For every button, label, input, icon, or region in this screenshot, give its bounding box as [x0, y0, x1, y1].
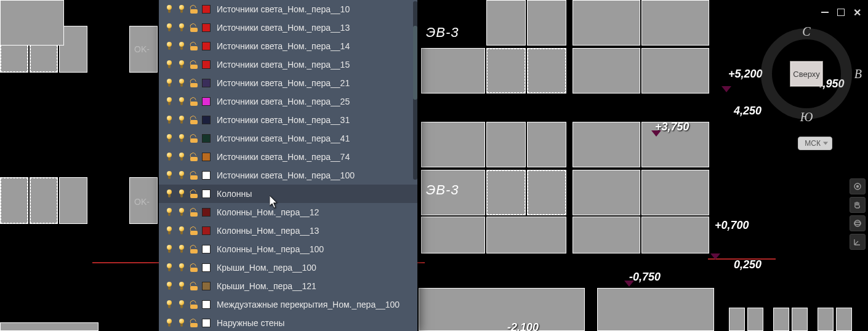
- layer-row[interactable]: Крыши_Ном._пера__121: [159, 277, 417, 295]
- layer-color-swatch[interactable]: [202, 208, 211, 217]
- lock-open-icon[interactable]: [190, 208, 198, 217]
- lightbulb-freeze-icon[interactable]: [177, 79, 186, 87]
- window-close-button[interactable]: ✕: [852, 7, 862, 17]
- layer-row[interactable]: Наружные стены: [159, 314, 417, 331]
- lock-open-icon[interactable]: [190, 282, 198, 290]
- view-cube[interactable]: С В Ю Сверху: [761, 28, 852, 119]
- layer-color-swatch[interactable]: [202, 319, 211, 327]
- lock-open-icon[interactable]: [190, 97, 198, 106]
- lightbulb-freeze-icon[interactable]: [177, 171, 186, 180]
- lightbulb-on-icon[interactable]: [165, 153, 174, 161]
- window-maximize-button[interactable]: [836, 7, 846, 17]
- layer-row[interactable]: Колонны_Ном._пера__100: [159, 240, 417, 258]
- layer-color-swatch[interactable]: [202, 300, 211, 309]
- lock-open-icon[interactable]: [190, 319, 198, 327]
- layer-row[interactable]: Источники света_Ном._пера__14: [159, 37, 417, 55]
- layer-row[interactable]: Источники света_Ном._пера__100: [159, 166, 417, 185]
- layer-color-swatch[interactable]: [202, 23, 211, 32]
- lightbulb-freeze-icon[interactable]: [177, 282, 186, 290]
- layer-row[interactable]: Источники света_Ном._пера__25: [159, 92, 417, 111]
- compass-north-label[interactable]: С: [802, 25, 810, 39]
- layer-row[interactable]: Источники света_Ном._пера__74: [159, 148, 417, 166]
- lightbulb-freeze-icon[interactable]: [177, 116, 186, 124]
- lightbulb-on-icon[interactable]: [165, 97, 174, 106]
- lightbulb-freeze-icon[interactable]: [177, 134, 186, 143]
- layer-row[interactable]: Колонны_Ном._пера__12: [159, 203, 417, 221]
- window-minimize-button[interactable]: [820, 7, 830, 17]
- lightbulb-on-icon[interactable]: [165, 171, 174, 180]
- lock-open-icon[interactable]: [190, 134, 198, 143]
- layer-row[interactable]: Колонны_Ном._пера__13: [159, 221, 417, 240]
- lightbulb-freeze-icon[interactable]: [177, 153, 186, 161]
- lightbulb-on-icon[interactable]: [165, 116, 174, 124]
- lock-open-icon[interactable]: [190, 189, 198, 198]
- layer-row[interactable]: Колонны: [159, 185, 417, 203]
- lock-open-icon[interactable]: [190, 263, 198, 272]
- lock-open-icon[interactable]: [190, 23, 198, 32]
- drawing-canvas[interactable]: +5,200+4,9504,250+3,750+0,7000,250-0,750…: [0, 0, 868, 331]
- compass-east-label[interactable]: В: [854, 67, 862, 81]
- lightbulb-freeze-icon[interactable]: [177, 97, 186, 106]
- lightbulb-on-icon[interactable]: [165, 23, 174, 32]
- layer-color-swatch[interactable]: [202, 171, 211, 180]
- lightbulb-on-icon[interactable]: [165, 60, 174, 69]
- orbit-icon[interactable]: [850, 215, 866, 231]
- layer-color-swatch[interactable]: [202, 42, 211, 50]
- lightbulb-freeze-icon[interactable]: [177, 189, 186, 198]
- lightbulb-freeze-icon[interactable]: [177, 23, 186, 32]
- lightbulb-freeze-icon[interactable]: [177, 245, 186, 253]
- layer-color-swatch[interactable]: [202, 79, 211, 87]
- lightbulb-on-icon[interactable]: [165, 245, 174, 253]
- lightbulb-on-icon[interactable]: [165, 226, 174, 235]
- layer-row[interactable]: Источники света_Ном._пера__41: [159, 129, 417, 148]
- lock-open-icon[interactable]: [190, 226, 198, 235]
- layer-row[interactable]: Междуэтажные перекрытия_Ном._пера__100: [159, 295, 417, 314]
- lightbulb-on-icon[interactable]: [165, 134, 174, 143]
- lightbulb-on-icon[interactable]: [165, 5, 174, 14]
- layer-dropdown-panel[interactable]: Источники света_Ном._пера__10Источники с…: [159, 0, 417, 331]
- lightbulb-on-icon[interactable]: [165, 263, 174, 272]
- compass-south-label[interactable]: Ю: [800, 110, 813, 124]
- layer-row[interactable]: Источники света_Ном._пера__21: [159, 74, 417, 92]
- lightbulb-on-icon[interactable]: [165, 79, 174, 87]
- lightbulb-on-icon[interactable]: [165, 300, 174, 309]
- lightbulb-freeze-icon[interactable]: [177, 319, 186, 327]
- view-cube-face-top[interactable]: Сверху: [790, 61, 823, 87]
- layer-color-swatch[interactable]: [202, 263, 211, 272]
- layer-row[interactable]: Источники света_Ном._пера__15: [159, 55, 417, 74]
- layer-color-swatch[interactable]: [202, 5, 211, 14]
- lightbulb-on-icon[interactable]: [165, 282, 174, 290]
- lightbulb-freeze-icon[interactable]: [177, 5, 186, 14]
- layer-row[interactable]: Источники света_Ном._пера__10: [159, 0, 417, 18]
- lightbulb-freeze-icon[interactable]: [177, 42, 186, 50]
- lightbulb-on-icon[interactable]: [165, 42, 174, 50]
- lock-open-icon[interactable]: [190, 42, 198, 50]
- lightbulb-freeze-icon[interactable]: [177, 300, 186, 309]
- layer-color-swatch[interactable]: [202, 60, 211, 69]
- lock-open-icon[interactable]: [190, 245, 198, 253]
- layer-row[interactable]: Крыши_Ном._пера__100: [159, 258, 417, 277]
- layer-color-swatch[interactable]: [202, 189, 211, 198]
- layer-color-swatch[interactable]: [202, 116, 211, 124]
- layer-color-swatch[interactable]: [202, 97, 211, 106]
- lightbulb-freeze-icon[interactable]: [177, 208, 186, 217]
- lightbulb-on-icon[interactable]: [165, 319, 174, 327]
- lock-open-icon[interactable]: [190, 171, 198, 180]
- layer-color-swatch[interactable]: [202, 245, 211, 253]
- lock-open-icon[interactable]: [190, 116, 198, 124]
- layer-color-swatch[interactable]: [202, 226, 211, 235]
- lock-open-icon[interactable]: [190, 300, 198, 309]
- layer-row[interactable]: Источники света_Ном._пера__31: [159, 111, 417, 129]
- lock-open-icon[interactable]: [190, 79, 198, 87]
- ucs-icon[interactable]: [850, 234, 866, 250]
- lightbulb-freeze-icon[interactable]: [177, 60, 186, 69]
- lock-open-icon[interactable]: [190, 153, 198, 161]
- lightbulb-on-icon[interactable]: [165, 189, 174, 198]
- lock-open-icon[interactable]: [190, 60, 198, 69]
- layer-color-swatch[interactable]: [202, 134, 211, 143]
- lock-open-icon[interactable]: [190, 5, 198, 14]
- target-icon[interactable]: [850, 178, 866, 194]
- wcs-badge[interactable]: МСК: [798, 137, 832, 150]
- layer-color-swatch[interactable]: [202, 282, 211, 290]
- pan-icon[interactable]: [850, 197, 866, 213]
